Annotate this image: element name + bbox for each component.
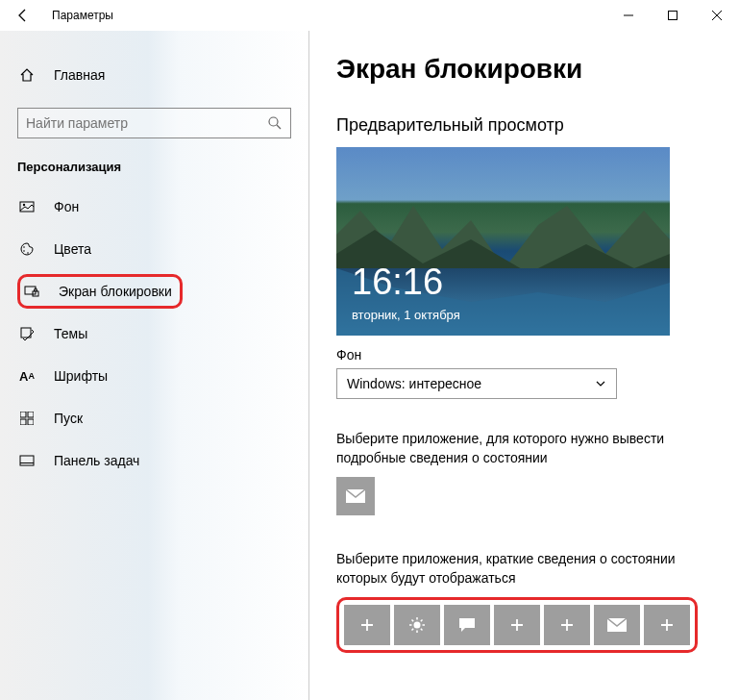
home-icon	[17, 67, 37, 83]
quick-status-row	[344, 605, 690, 645]
fonts-icon: AA	[17, 369, 37, 384]
home-link[interactable]: Главная	[0, 54, 308, 96]
detailed-status-label: Выберите приложение, для которого нужно …	[336, 430, 712, 467]
quick-app-slot-7[interactable]	[644, 605, 690, 645]
sidebar-item-label: Шрифты	[54, 368, 108, 384]
svg-rect-16	[20, 456, 34, 465]
svg-point-6	[23, 246, 25, 248]
search-icon	[267, 115, 283, 131]
svg-point-5	[23, 204, 25, 206]
sidebar-item-lockscreen[interactable]: Экран блокировки	[0, 270, 308, 312]
svg-rect-4	[20, 202, 34, 212]
svg-line-3	[277, 125, 281, 129]
quick-app-slot-1[interactable]	[344, 605, 390, 645]
minimize-button[interactable]	[606, 0, 651, 31]
quick-app-slot-4[interactable]	[494, 605, 540, 645]
svg-line-26	[412, 629, 414, 631]
svg-rect-15	[28, 419, 34, 425]
sidebar-item-label: Цвета	[54, 241, 91, 257]
svg-point-7	[23, 250, 25, 252]
preview-heading: Предварительный просмотр	[336, 115, 712, 136]
taskbar-icon	[17, 453, 37, 468]
window-controls	[606, 0, 739, 31]
background-value: Windows: интересное	[347, 376, 481, 391]
quick-status-label: Выберите приложения, краткие сведения о …	[336, 550, 712, 588]
sidebar: Главная Персонализация Фон Цвета Экран б…	[0, 31, 309, 700]
background-label: Фон	[336, 347, 712, 362]
svg-rect-14	[20, 419, 26, 425]
themes-icon	[17, 326, 37, 341]
svg-rect-12	[20, 412, 26, 417]
back-button[interactable]	[6, 0, 40, 31]
svg-rect-1	[669, 12, 677, 20]
svg-rect-13	[28, 412, 34, 417]
start-icon	[17, 412, 37, 425]
sidebar-item-label: Экран блокировки	[59, 284, 172, 299]
sidebar-item-label: Пуск	[54, 411, 83, 426]
maximize-icon	[668, 11, 677, 20]
svg-point-19	[414, 622, 421, 629]
mail-icon	[607, 618, 627, 632]
plus-icon	[359, 617, 375, 633]
palette-icon	[17, 241, 37, 257]
quick-app-slot-3[interactable]	[444, 605, 490, 645]
maximize-button[interactable]	[651, 0, 695, 31]
sidebar-item-colors[interactable]: Цвета	[0, 228, 308, 270]
sidebar-item-background[interactable]: Фон	[0, 186, 308, 228]
sidebar-item-themes[interactable]: Темы	[0, 312, 308, 355]
sidebar-item-taskbar[interactable]: Панель задач	[0, 439, 308, 482]
picture-icon	[17, 199, 37, 214]
plus-icon	[659, 617, 675, 633]
search-box[interactable]	[17, 108, 291, 138]
content: Экран блокировки Предварительный просмот…	[309, 31, 739, 700]
plus-icon	[559, 617, 575, 633]
quick-status-highlight	[336, 597, 698, 653]
sidebar-item-start[interactable]: Пуск	[0, 397, 308, 439]
svg-point-2	[269, 117, 278, 126]
close-button[interactable]	[695, 0, 739, 31]
quick-app-slot-5[interactable]	[544, 605, 590, 645]
sidebar-item-label: Панель задач	[54, 453, 139, 468]
svg-line-27	[421, 620, 423, 622]
section-title: Персонализация	[0, 160, 308, 186]
home-label: Главная	[54, 67, 105, 83]
close-icon	[712, 11, 722, 20]
weather-icon	[408, 616, 426, 634]
titlebar: Параметры	[0, 0, 739, 31]
chevron-down-icon	[595, 378, 606, 389]
detailed-status-app[interactable]	[336, 477, 375, 515]
sidebar-item-label: Темы	[54, 326, 87, 341]
svg-line-25	[421, 629, 423, 631]
mail-icon	[346, 489, 365, 503]
preview-time: 16:16	[352, 262, 443, 303]
preview-date: вторник, 1 октября	[352, 308, 460, 322]
svg-point-8	[27, 252, 29, 254]
plus-icon	[509, 617, 525, 633]
background-select[interactable]: Windows: интересное	[336, 368, 617, 399]
svg-line-24	[412, 620, 414, 622]
lockscreen-icon	[22, 284, 41, 299]
quick-app-slot-2[interactable]	[394, 605, 440, 645]
window-title: Параметры	[52, 9, 113, 22]
quick-app-slot-6[interactable]	[594, 605, 640, 645]
arrow-left-icon	[15, 8, 31, 23]
sidebar-item-fonts[interactable]: AA Шрифты	[0, 355, 308, 397]
chat-icon	[458, 617, 476, 633]
search-input[interactable]	[26, 115, 267, 131]
page-heading: Экран блокировки	[336, 54, 712, 85]
selection-highlight: Экран блокировки	[17, 274, 183, 309]
sidebar-item-label: Фон	[54, 199, 79, 214]
minimize-icon	[624, 11, 633, 20]
lockscreen-preview: 16:16 вторник, 1 октября	[336, 147, 670, 336]
